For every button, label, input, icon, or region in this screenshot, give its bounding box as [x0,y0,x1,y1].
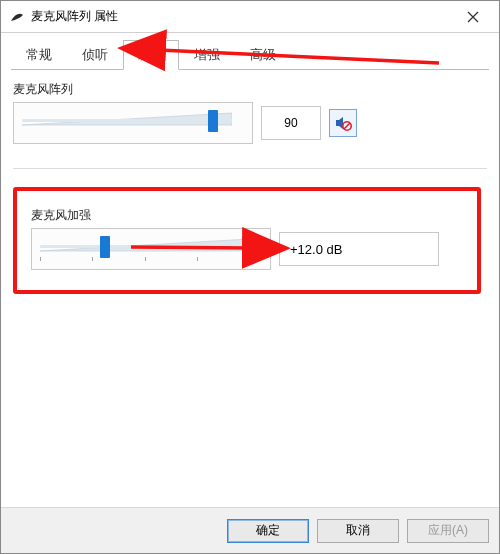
tab-levels[interactable]: 级别 [123,40,179,70]
slider-thumb[interactable] [100,236,110,258]
close-icon [467,11,479,23]
mic-array-level-group: 麦克风阵列 90 [13,81,487,144]
titlebar: 麦克风阵列 属性 [1,1,499,33]
tab-advanced[interactable]: 高级 [235,40,291,70]
mic-boost-slider-box [31,228,271,270]
slider-thumb[interactable] [208,110,218,132]
mute-button[interactable] [329,109,357,137]
tab-enhance[interactable]: 增强 [179,40,235,70]
dialog-footer: 确定 取消 应用(A) [1,507,499,553]
window-title: 麦克风阵列 属性 [31,8,118,25]
svg-line-2 [344,123,350,129]
tab-listen[interactable]: 侦听 [67,40,123,70]
speaker-mute-icon [334,114,352,132]
mic-boost-group-highlight: 麦克风加强 +12.0 dB [13,187,481,294]
ok-button[interactable]: 确定 [227,519,309,543]
mic-array-value: 90 [261,106,321,140]
tab-bar: 常规 侦听 级别 增强 高级 [11,39,489,70]
mic-array-slider[interactable] [22,109,232,133]
cancel-button[interactable]: 取消 [317,519,399,543]
mic-boost-value: +12.0 dB [279,232,439,266]
properties-dialog: 麦克风阵列 属性 常规 侦听 级别 增强 高级 麦克风阵列 [0,0,500,554]
mic-boost-slider[interactable] [40,235,250,259]
microphone-icon [9,9,25,25]
mic-array-label: 麦克风阵列 [13,81,487,98]
mic-array-slider-box [13,102,253,144]
divider [13,168,487,169]
content-area: 麦克风阵列 90 [13,71,487,495]
apply-button[interactable]: 应用(A) [407,519,489,543]
mic-boost-label: 麦克风加强 [31,207,463,224]
tab-general[interactable]: 常规 [11,40,67,70]
close-button[interactable] [451,2,495,32]
